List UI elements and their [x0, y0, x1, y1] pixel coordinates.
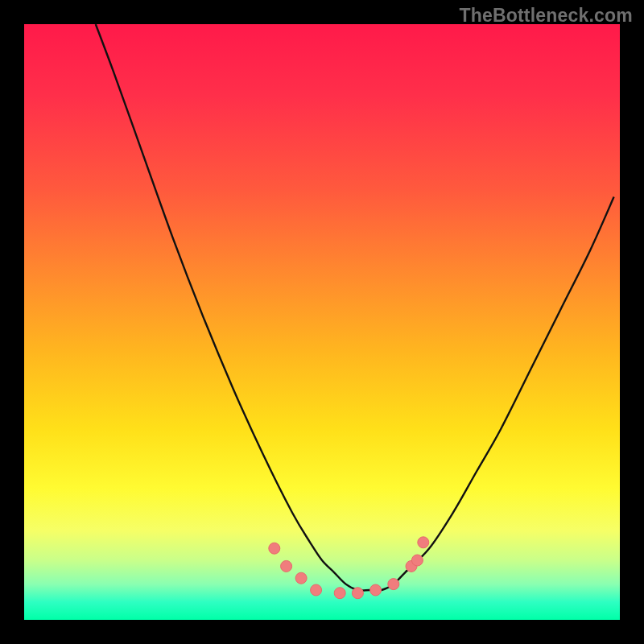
chart-frame: TheBottleneck.com — [0, 0, 644, 644]
curve-markers — [269, 537, 429, 599]
plot-area — [24, 24, 620, 620]
curve-marker — [311, 584, 322, 596]
curve-marker — [295, 572, 307, 584]
curve-marker — [269, 543, 280, 554]
curve-marker — [281, 560, 292, 572]
curve-svg — [24, 24, 620, 620]
curve-marker — [352, 588, 363, 599]
watermark-label: TheBottleneck.com — [459, 5, 633, 27]
curve-marker — [388, 579, 399, 590]
curve-marker — [411, 555, 423, 566]
bottleneck-curve — [96, 24, 614, 591]
curve-marker — [418, 537, 429, 548]
curve-marker — [334, 588, 345, 599]
curve-marker — [370, 584, 382, 596]
